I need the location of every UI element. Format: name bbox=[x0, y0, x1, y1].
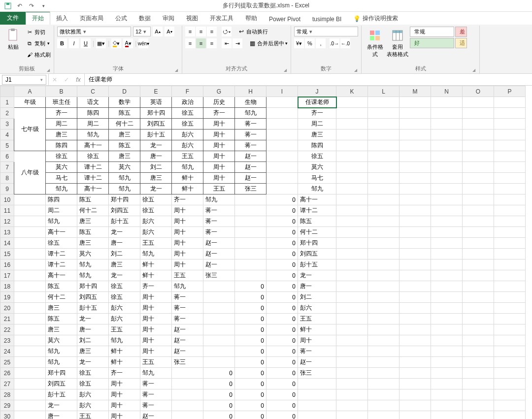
cell-A27[interactable] bbox=[14, 379, 46, 389]
cell-O3[interactable] bbox=[463, 119, 494, 129]
cell-B4[interactable]: 唐三 bbox=[46, 129, 77, 140]
col-header-L[interactable]: L bbox=[368, 86, 399, 97]
cell-G26[interactable]: 0 bbox=[203, 368, 235, 379]
cell-J24[interactable]: 蒋一 bbox=[298, 346, 336, 357]
cell-P24[interactable] bbox=[494, 346, 526, 357]
row-header-19[interactable]: 19 bbox=[0, 292, 14, 303]
redo-icon[interactable]: ↷ bbox=[28, 2, 35, 10]
cell-D26[interactable]: 齐一 bbox=[109, 368, 140, 379]
cell-J28[interactable] bbox=[298, 389, 336, 400]
cell-G27[interactable]: 0 bbox=[203, 379, 235, 389]
cell-P4[interactable] bbox=[494, 129, 526, 140]
cell-C3[interactable]: 周二 bbox=[77, 119, 109, 129]
cell-I7[interactable] bbox=[266, 162, 298, 173]
cell-N7[interactable] bbox=[431, 162, 463, 173]
cell-F6[interactable]: 王五 bbox=[172, 151, 203, 162]
cell-J16[interactable]: 彭十五 bbox=[298, 259, 336, 270]
row-header-13[interactable]: 13 bbox=[0, 227, 14, 238]
col-header-K[interactable]: K bbox=[336, 86, 368, 97]
conditional-format-button[interactable]: 条件格式 bbox=[365, 27, 385, 58]
cell-B8[interactable]: 马七 bbox=[46, 173, 77, 184]
cell-G22[interactable] bbox=[203, 324, 235, 335]
row-header-10[interactable]: 10 bbox=[0, 194, 14, 205]
wrap-text-button[interactable]: 自动换行 bbox=[246, 28, 268, 35]
cell-G1[interactable]: 历史 bbox=[203, 97, 235, 108]
cell-H20[interactable]: 0 bbox=[235, 303, 266, 314]
cell-C12[interactable]: 唐三 bbox=[77, 216, 109, 227]
cell-F26[interactable] bbox=[172, 368, 203, 379]
cell-N13[interactable] bbox=[431, 227, 463, 238]
cell-D18[interactable]: 徐五 bbox=[109, 281, 140, 292]
cell-D15[interactable]: 刘二 bbox=[109, 249, 140, 259]
cell-C10[interactable]: 陈五 bbox=[77, 194, 109, 205]
cell-G12[interactable]: 蒋一 bbox=[203, 216, 235, 227]
cell-P1[interactable] bbox=[494, 97, 526, 108]
cell-M1[interactable] bbox=[399, 97, 431, 108]
save-icon[interactable] bbox=[4, 2, 12, 10]
cell-P17[interactable] bbox=[494, 270, 526, 281]
cell-A28[interactable] bbox=[14, 389, 46, 400]
cell-L22[interactable] bbox=[368, 324, 399, 335]
cell-I17[interactable]: 0 bbox=[266, 270, 298, 281]
cell-L8[interactable] bbox=[368, 173, 399, 184]
fx-icon[interactable]: fx bbox=[72, 76, 84, 83]
worksheet-grid[interactable]: ABCDEFGHIJKLMNOP1年级班主任语文数学英语政治历史生物任课老师2七… bbox=[0, 86, 532, 419]
cell-C17[interactable]: 邹九 bbox=[77, 270, 109, 281]
cell-B29[interactable]: 龙一 bbox=[46, 400, 77, 411]
cell-N28[interactable] bbox=[431, 389, 463, 400]
tab-data[interactable]: 数据 bbox=[133, 12, 157, 25]
cell-H29[interactable]: 0 bbox=[235, 400, 266, 411]
col-header-N[interactable]: N bbox=[431, 86, 463, 97]
cell-B12[interactable]: 邹九 bbox=[46, 216, 77, 227]
cell-H18[interactable]: 0 bbox=[235, 281, 266, 292]
cell-B19[interactable]: 何十二 bbox=[46, 292, 77, 303]
cell-K24[interactable] bbox=[336, 346, 368, 357]
cell-J4[interactable]: 唐三 bbox=[298, 129, 336, 140]
cell-J23[interactable]: 周十 bbox=[298, 335, 336, 346]
copy-button[interactable]: ⧉复制▾ bbox=[26, 38, 51, 49]
cell-L14[interactable] bbox=[368, 238, 399, 249]
cell-I1[interactable] bbox=[266, 97, 298, 108]
cell-J27[interactable] bbox=[298, 379, 336, 389]
cell-A2[interactable]: 七年级 bbox=[14, 108, 46, 151]
cell-K4[interactable] bbox=[336, 129, 368, 140]
cell-C23[interactable]: 刘二 bbox=[77, 335, 109, 346]
cell-K13[interactable] bbox=[336, 227, 368, 238]
cell-E12[interactable]: 彭六 bbox=[140, 216, 172, 227]
cell-E15[interactable]: 邹九 bbox=[140, 249, 172, 259]
row-header-26[interactable]: 26 bbox=[0, 368, 14, 379]
cell-M16[interactable] bbox=[399, 259, 431, 270]
cell-L20[interactable] bbox=[368, 303, 399, 314]
row-header-8[interactable]: 8 bbox=[0, 173, 14, 184]
cell-N14[interactable] bbox=[431, 238, 463, 249]
cell-I15[interactable]: 0 bbox=[266, 249, 298, 259]
cell-J13[interactable]: 何十二 bbox=[298, 227, 336, 238]
cell-B27[interactable]: 刘四五 bbox=[46, 379, 77, 389]
cell-I8[interactable] bbox=[266, 173, 298, 184]
row-header-14[interactable]: 14 bbox=[0, 238, 14, 249]
cell-N3[interactable] bbox=[431, 119, 463, 129]
cell-J7[interactable]: 莫六 bbox=[298, 162, 336, 173]
cell-G20[interactable] bbox=[203, 303, 235, 314]
cell-H14[interactable] bbox=[235, 238, 266, 249]
row-header-12[interactable]: 12 bbox=[0, 216, 14, 227]
cell-F14[interactable]: 周十 bbox=[172, 238, 203, 249]
cell-P7[interactable] bbox=[494, 162, 526, 173]
cell-O29[interactable] bbox=[463, 400, 494, 411]
tab-view[interactable]: 视图 bbox=[180, 12, 204, 25]
cell-K27[interactable] bbox=[336, 379, 368, 389]
cell-H5[interactable]: 蒋一 bbox=[235, 140, 266, 151]
cell-E8[interactable]: 唐三 bbox=[140, 173, 172, 184]
cell-J3[interactable]: 周二 bbox=[298, 119, 336, 129]
cell-J2[interactable]: 齐一 bbox=[298, 108, 336, 119]
row-header-1[interactable]: 1 bbox=[0, 97, 14, 108]
cell-K18[interactable] bbox=[336, 281, 368, 292]
cell-G19[interactable] bbox=[203, 292, 235, 303]
cell-E26[interactable]: 邹九 bbox=[140, 368, 172, 379]
tab-formula[interactable]: 公式 bbox=[109, 12, 133, 25]
cell-P9[interactable] bbox=[494, 184, 526, 194]
cell-L21[interactable] bbox=[368, 314, 399, 324]
cell-C22[interactable]: 唐一 bbox=[77, 324, 109, 335]
cell-A12[interactable] bbox=[14, 216, 46, 227]
cell-H1[interactable]: 生物 bbox=[235, 97, 266, 108]
